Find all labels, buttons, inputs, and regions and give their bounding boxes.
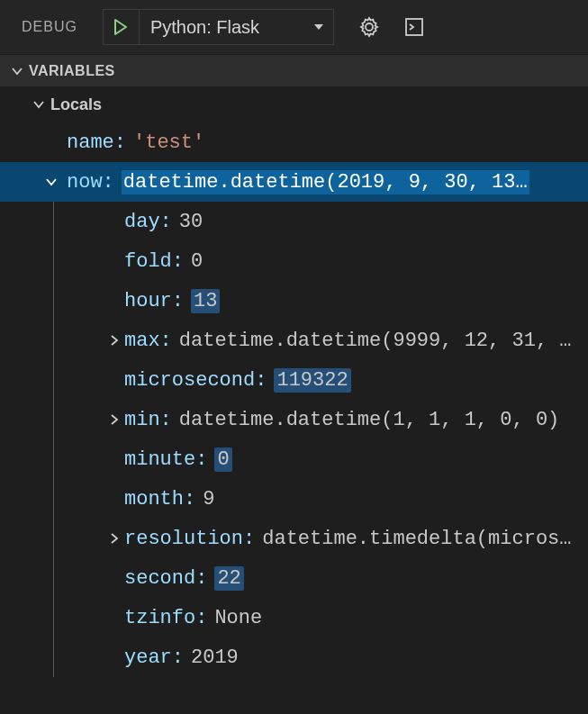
debug-console-button[interactable] [397,10,431,44]
var-key: microsecond [124,369,255,392]
settings-button[interactable] [352,10,386,44]
dropdown-triangle-icon [313,23,324,32]
var-key: year [124,646,172,669]
var-fold[interactable]: fold: 0 [53,241,588,281]
var-min[interactable]: min: datetime.datetime(1, 1, 1, 0, 0) [53,400,588,439]
var-month[interactable]: month: 9 [53,479,588,519]
var-key: month [124,488,184,511]
scope-label: Locals [50,95,102,114]
gear-icon [358,16,380,38]
variable-tree: name: 'test' now: datetime.datetime(2019… [0,122,588,677]
var-year[interactable]: year: 2019 [53,637,588,677]
var-key: hour [124,290,172,312]
var-second[interactable]: second: 22 [53,558,588,598]
var-value: 9 [203,488,214,511]
start-debug-button[interactable] [104,10,140,44]
var-key: now [67,171,103,194]
var-tzinfo[interactable]: tzinfo: None [53,598,588,637]
var-key: fold [124,250,172,273]
var-key: min [124,409,160,431]
var-value: datetime.datetime(2019, 9, 30, 13… [122,170,529,194]
var-value: 30 [179,211,203,233]
var-value: 22 [214,566,243,591]
var-value: 13 [191,289,220,313]
var-hour[interactable]: hour: 13 [53,281,588,321]
variables-section-header[interactable]: VARIABLES [0,54,588,86]
var-name[interactable]: name: 'test' [0,122,588,162]
var-value: 'test' [133,131,204,154]
var-microsecond[interactable]: microsecond: 119322 [53,360,588,400]
debug-console-icon [403,16,425,38]
var-now[interactable]: now: datetime.datetime(2019, 9, 30, 13… [0,162,588,202]
var-value: 0 [214,447,231,472]
scope-locals[interactable]: Locals [0,86,588,122]
var-key: resolution [124,528,243,550]
debug-config-label: Python: Flask [150,17,259,38]
chevron-down-icon [32,98,45,111]
var-key: name [67,131,114,154]
var-resolution[interactable]: resolution: datetime.timedelta(micros… [53,519,588,558]
var-value: 119322 [274,368,350,393]
var-value: datetime.datetime(9999, 12, 31, … [179,330,572,352]
chevron-down-icon [45,176,58,188]
var-value: 0 [191,250,203,273]
toolbar-title: DEBUG [22,19,77,35]
var-value: None [214,607,262,629]
chevron-right-icon [108,413,121,426]
var-key: second [124,567,195,590]
debug-toolbar: DEBUG Python: Flask [0,0,588,54]
var-value: datetime.timedelta(micros… [262,528,571,550]
var-max[interactable]: max: datetime.datetime(9999, 12, 31, … [53,321,588,360]
var-minute[interactable]: minute: 0 [53,439,588,479]
var-value: datetime.datetime(1, 1, 1, 0, 0) [179,409,559,431]
var-key: day [124,211,160,233]
variables-label: VARIABLES [29,63,115,79]
var-key: tzinfo [124,607,195,629]
var-day[interactable]: day: 30 [53,202,588,241]
debug-config-box: Python: Flask [103,9,334,45]
play-icon [113,19,128,35]
chevron-right-icon [108,334,121,347]
chevron-down-icon [11,65,23,77]
var-key: minute [124,448,195,471]
chevron-right-icon [108,532,121,545]
var-key: max [124,330,160,352]
debug-config-select[interactable]: Python: Flask [140,10,333,44]
var-value: 2019 [191,646,239,669]
